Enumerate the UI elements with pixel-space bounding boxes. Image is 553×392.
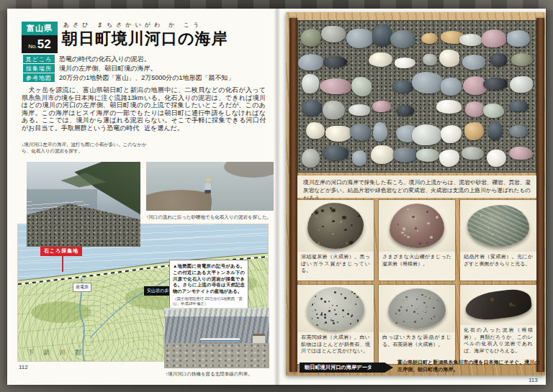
mineral-speckle — [357, 320, 359, 322]
pebble-collection-photo — [297, 20, 536, 173]
pebble — [462, 55, 485, 70]
mineral-speckle — [313, 206, 317, 210]
info-label: 見どころ — [23, 55, 55, 63]
pebble — [483, 78, 508, 90]
info-row-highlight: 見どころ 恐竜の時代の化石入りの泥岩。 — [23, 55, 271, 63]
mineral-speckle — [490, 230, 491, 231]
mineral-speckle — [317, 317, 319, 319]
pebble — [323, 101, 345, 119]
mineral-speckle — [324, 324, 325, 325]
mineral-speckle — [314, 303, 315, 304]
mineral-speckle — [400, 306, 403, 308]
district-label: 下新川郡 — [27, 348, 91, 357]
mineral-speckle — [407, 236, 410, 238]
mineral-speckle — [403, 321, 405, 322]
mineral-speckle — [351, 314, 354, 316]
mineral-speckle — [321, 209, 324, 212]
mineral-speckle — [325, 322, 327, 324]
mineral-speckle — [310, 213, 313, 215]
pebble — [509, 101, 529, 111]
pebble — [372, 101, 392, 112]
pebble — [301, 29, 321, 47]
collect-site-label: 石ころ採集地 — [40, 246, 82, 256]
rock-photo-3 — [460, 200, 536, 252]
rock-panel-3: 結晶片岩（変成岩）。光にかざすと表面がきらりと光る。 — [460, 200, 536, 281]
mineral-speckle — [403, 300, 404, 301]
mineral-speckle — [311, 240, 314, 242]
mineral-speckle — [336, 305, 338, 306]
mineral-speckle — [397, 224, 399, 225]
pebble — [482, 29, 506, 47]
mineral-speckle — [333, 322, 335, 324]
rock-photo-6 — [460, 285, 536, 325]
mineral-speckle — [312, 304, 313, 305]
train — [200, 338, 240, 342]
quartz-diorite-rock — [307, 287, 364, 330]
mineral-speckle — [344, 229, 347, 231]
pebble — [397, 105, 414, 116]
rock-panel-6: 化石の入った泥岩（堆積岩）。貝類だろうか、このレベルの化石入り泥岩であれば、海岸… — [460, 285, 536, 364]
mineral-speckle — [345, 297, 346, 298]
mineral-speckle — [421, 318, 423, 319]
rock-photo-2 — [379, 200, 455, 252]
mineral-speckle — [324, 301, 326, 303]
mineral-speckle — [316, 314, 318, 314]
mineral-speckle — [334, 291, 336, 293]
pebble — [511, 53, 533, 66]
mineral-speckle — [488, 227, 490, 228]
pebble — [507, 30, 530, 47]
rock-photo-5 — [379, 285, 455, 332]
mineral-speckle — [316, 324, 318, 326]
rock-caption-6: 化石の入った泥岩（堆積岩）。貝類だろうか、このレベルの化石入り泥岩であれば、海岸… — [460, 325, 536, 355]
quartz-porphyry-rock — [388, 288, 446, 329]
mineral-speckle — [426, 211, 428, 212]
mineral-speckle — [423, 311, 423, 311]
mineral-speckle — [419, 242, 421, 245]
coast-data-text: 富山県朝日町と新潟県糸魚川市の境を日本海にそそぐ。境川の左岸側、朝日町境の海岸。 — [397, 359, 541, 373]
mineral-speckle — [429, 298, 431, 299]
book-spread: 富山県 No. 52 あさひ まちさかいがわ か こう 朝日町境川河口の海岸 見… — [7, 9, 546, 385]
spot-number-prefix: No. — [28, 39, 37, 50]
pebble — [483, 104, 503, 118]
mineral-speckle — [430, 236, 433, 239]
mineral-speckle — [324, 316, 326, 318]
pebble — [298, 54, 323, 70]
mineral-speckle — [415, 309, 416, 309]
spot-number: No. 52 — [22, 35, 58, 53]
fossil-mudstone-rock — [464, 288, 533, 323]
mineral-speckle — [310, 306, 311, 306]
person-legs — [204, 190, 211, 193]
rock-caption-3: 結晶片岩（変成岩）。光にかざすと表面がきらりと光る。 — [460, 252, 536, 268]
welded-tuff-rock — [307, 203, 364, 249]
mineral-speckle — [392, 321, 393, 322]
page-number-right: 113 — [529, 377, 538, 383]
mineral-speckle — [328, 310, 331, 311]
pebble-photo-caption: 境川左岸の河口の海岸で採集した石ころ。境川の上流からは、泥岩や砂岩、礫岩、頁岩、… — [297, 176, 536, 198]
pebble — [350, 124, 372, 140]
mineral-speckle — [516, 216, 518, 216]
mineral-speckle — [421, 294, 423, 296]
pebble — [390, 30, 415, 48]
mineral-speckle — [320, 298, 323, 299]
pebble — [510, 76, 533, 93]
mineral-speckle — [332, 305, 333, 306]
pebble — [395, 58, 415, 69]
mineral-speckle — [417, 314, 418, 315]
mineral-speckle — [316, 216, 318, 217]
mineral-speckle — [436, 216, 439, 219]
mineral-speckle — [425, 312, 426, 314]
mineral-speckle — [392, 291, 393, 293]
mineral-speckle — [479, 241, 480, 242]
mineral-speckle — [417, 230, 418, 232]
map-note-source: （国土地理院発行 20万分の1地勢図「富山」平成18年修正） — [173, 296, 245, 306]
book-spread-photo: 富山県 No. 52 あさひ まちさかいがわ か こう 朝日町境川河口の海岸 見… — [0, 0, 553, 392]
mineral-speckle — [321, 219, 323, 220]
mineral-speckle — [342, 309, 344, 311]
mineral-speckle — [329, 307, 330, 308]
mineral-speckle — [513, 304, 516, 306]
mineral-speckle — [313, 242, 317, 245]
mineral-speckle — [396, 299, 397, 300]
rock-panel-5: 白っぽい大きな斑晶がまじる。石英斑岩（火成岩）。 — [379, 285, 455, 364]
rock-panel-1: 溶結凝灰岩（火成岩）。黒っぽいガラス質がまじっている。 — [297, 200, 374, 281]
mineral-speckle — [415, 227, 417, 229]
